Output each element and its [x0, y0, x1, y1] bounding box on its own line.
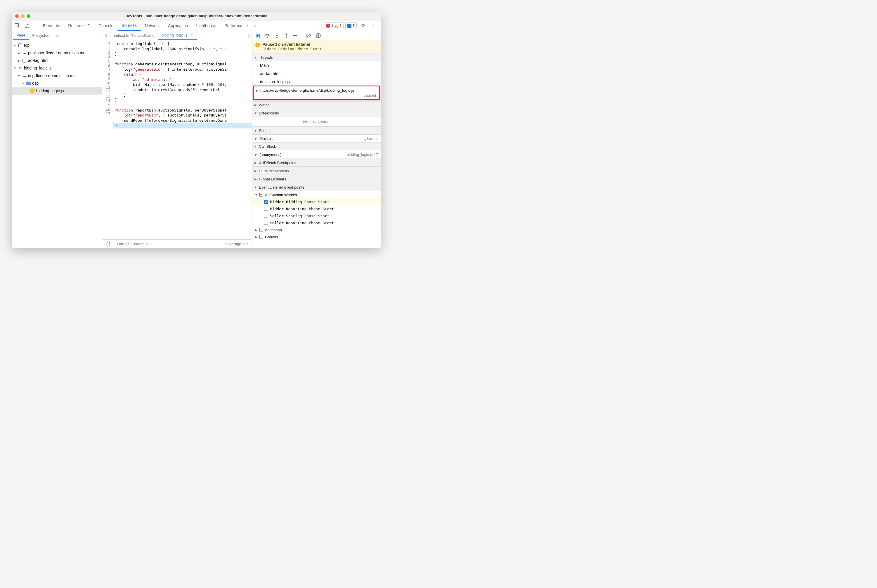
step-into-icon[interactable]	[273, 32, 281, 40]
no-breakpoints-msg: No breakpoints	[253, 117, 381, 126]
elb-item-bidder-bidding-start[interactable]: Bidder Bidding Phase Start	[253, 198, 381, 205]
breakpoints-section-header[interactable]: ▼ Breakpoints	[253, 109, 381, 117]
file-tab-bidding[interactable]: bidding_logic.js ✕	[158, 31, 197, 40]
callstack-section-header[interactable]: ▼ Call Stack	[253, 142, 381, 150]
navigator-more-icon[interactable]: »	[55, 31, 60, 40]
warning-count: 1	[340, 24, 342, 28]
step-out-icon[interactable]	[282, 32, 290, 40]
disclosure-triangle-icon[interactable]: ▶	[18, 51, 20, 55]
disclosure-triangle-icon: ▶	[255, 236, 258, 238]
prev-file-icon[interactable]	[102, 31, 110, 40]
next-file-icon[interactable]	[244, 31, 252, 40]
editor-panel: index.html?fencedframe bidding_logic.js …	[102, 31, 253, 248]
disclosure-triangle-icon: ▶	[255, 137, 258, 140]
checkbox[interactable]	[264, 214, 268, 218]
navigator-menu-icon[interactable]: ⋮	[92, 31, 102, 40]
threads-section-header[interactable]: ▼ Threads	[253, 53, 381, 61]
disclosure-triangle-icon[interactable]: ▼	[14, 67, 17, 70]
svg-point-7	[293, 35, 294, 36]
debugger-panel: ❚❚ i Paused on event listener Bidder Bid…	[253, 31, 381, 248]
pause-on-exceptions-icon[interactable]: ❚❚	[314, 32, 322, 40]
tab-recorder-label: Recorder	[68, 23, 85, 28]
threads-body: Main ad-tag.html decision_logic.js ▶ htt…	[253, 61, 381, 101]
code-area[interactable]: function log(label, o) { console.log(lab…	[113, 40, 252, 239]
main-menu-icon[interactable]: ⋮	[370, 22, 378, 29]
tab-console[interactable]: Console	[94, 20, 117, 31]
elb-cat-canvas[interactable]: ▶ Canvas	[253, 233, 381, 240]
tree-bidding-file[interactable]: ▶ bidding_logic.js	[12, 87, 102, 94]
error-warning-badge[interactable]: ✕ 1 ! 1	[324, 22, 343, 29]
elb-cat-animation[interactable]: ▶ Animation	[253, 226, 381, 233]
disclosure-triangle-icon[interactable]: ▼	[14, 44, 17, 47]
global-listeners-section-header[interactable]: ▶ Global Listeners	[253, 175, 381, 183]
disclosure-triangle-icon: ▼	[255, 193, 258, 196]
tab-performance[interactable]: Performance	[220, 20, 252, 31]
elb-section-header[interactable]: ▼ Event Listener Breakpoints	[253, 183, 381, 191]
format-icon[interactable]: {}	[106, 242, 111, 247]
disclosure-triangle-icon: ▼	[254, 111, 257, 115]
tab-application[interactable]: Application	[164, 20, 192, 31]
svg-point-5	[276, 37, 278, 38]
stack-frame[interactable]: ▶ (anonymous) bidding_logic.js:17	[253, 150, 381, 159]
tab-network[interactable]: Network	[141, 20, 164, 31]
tree-dsp-domain[interactable]: ▼ ☁ dsp-fledge-demo.glitch.me	[12, 72, 102, 80]
error-count: 1	[331, 24, 333, 28]
navigator-tab-filesystem[interactable]: Filesystem	[29, 31, 54, 40]
step-icon[interactable]	[292, 32, 300, 40]
dom-section-header[interactable]: ▶ DOM Breakpoints	[253, 167, 381, 175]
tab-elements[interactable]: Elements	[39, 20, 64, 31]
pause-subtitle: Bidder Bidding Phase Start	[262, 47, 322, 51]
elb-item-bidder-reporting-start[interactable]: Bidder Reporting Phase Start	[253, 205, 381, 212]
disclosure-triangle-icon[interactable]: ▼	[18, 74, 20, 77]
xhr-section-header[interactable]: ▶ XHR/fetch Breakpoints	[253, 159, 381, 167]
tab-sources[interactable]: Sources	[117, 20, 140, 31]
main-toolbar: Elements Recorder ⚗ Console Sources Netw…	[12, 20, 381, 31]
device-toolbar-icon[interactable]	[23, 21, 32, 30]
checkbox[interactable]	[264, 200, 268, 204]
tree-dsp-folder[interactable]: ▼ dsp	[12, 80, 102, 87]
elb-item-seller-reporting-start[interactable]: Seller Reporting Phase Start	[253, 219, 381, 226]
tree-publisher-domain[interactable]: ▶ ☁ publisher-fledge-demo.glitch.me	[12, 49, 102, 57]
checkbox[interactable]	[264, 207, 268, 211]
thread-active-bidding[interactable]: ▶ https://dsp-fledge-demo.glitch.me/dsp/…	[253, 86, 380, 100]
close-tab-icon[interactable]: ✕	[190, 33, 193, 38]
elb-cat-ad-auction[interactable]: ▼ Ad Auction Worklet	[253, 191, 381, 198]
checkbox-empty-icon[interactable]	[259, 228, 263, 232]
thread-decision-logic[interactable]: decision_logic.js	[253, 78, 381, 86]
tree-ad-tag[interactable]: ▶ ad-tag.html	[12, 57, 102, 64]
file-tab-index[interactable]: index.html?fencedframe	[110, 31, 158, 40]
scope-global[interactable]: ▶ Global global	[253, 135, 381, 142]
inspect-element-icon[interactable]	[13, 21, 22, 30]
resume-icon[interactable]	[254, 32, 262, 40]
flask-icon: ⚗	[87, 23, 90, 28]
cloud-icon: ☁	[22, 73, 27, 78]
thread-ad-tag[interactable]: ad-tag.html	[253, 69, 381, 78]
thread-main[interactable]: Main	[253, 61, 381, 69]
disclosure-triangle-icon[interactable]: ▼	[22, 82, 24, 85]
tab-recorder[interactable]: Recorder ⚗	[64, 20, 94, 31]
disclosure-triangle-icon: ▶	[255, 228, 258, 231]
checkbox-indeterminate-icon[interactable]	[259, 193, 263, 197]
checkbox-empty-icon[interactable]	[259, 235, 263, 239]
file-tree: ▼ top ▶ ☁ publisher-fledge-demo.glitch.m…	[12, 40, 102, 248]
step-over-icon[interactable]	[263, 32, 272, 40]
disclosure-triangle-icon[interactable]: ▶	[18, 59, 20, 62]
code-editor[interactable]: 1 2 3 4 5 6 7 8 9 10 11 12 13 14 15 16 1…	[102, 40, 252, 239]
section-title: Event Listener Breakpoints	[259, 185, 304, 189]
line-gutter[interactable]: 1 2 3 4 5 6 7 8 9 10 11 12 13 14 15 16 1…	[102, 40, 113, 239]
more-tabs-icon[interactable]: »	[252, 20, 259, 31]
scope-value: global	[364, 136, 378, 141]
tree-bidding-worker[interactable]: ▼ ⚙ bidding_logic.js	[12, 64, 102, 72]
issues-badge[interactable]: 1	[345, 22, 357, 29]
elb-item-seller-scoring-start[interactable]: Seller Scoring Phase Start	[253, 212, 381, 219]
editor-status-bar: {} Line 17, Column 2 Coverage: n/a	[102, 239, 252, 248]
watch-section-header[interactable]: ▶ Watch	[253, 101, 381, 109]
navigator-tab-page[interactable]: Page	[13, 31, 29, 40]
checkbox[interactable]	[264, 221, 268, 225]
scope-section-header[interactable]: ▼ Scope	[253, 126, 381, 135]
tab-lighthouse[interactable]: Lighthouse	[192, 20, 221, 31]
deactivate-breakpoints-icon[interactable]	[305, 32, 313, 40]
settings-gear-icon[interactable]: ⚙	[358, 21, 368, 30]
tree-top[interactable]: ▼ top	[12, 42, 102, 49]
tree-label: ad-tag.html	[28, 58, 48, 63]
